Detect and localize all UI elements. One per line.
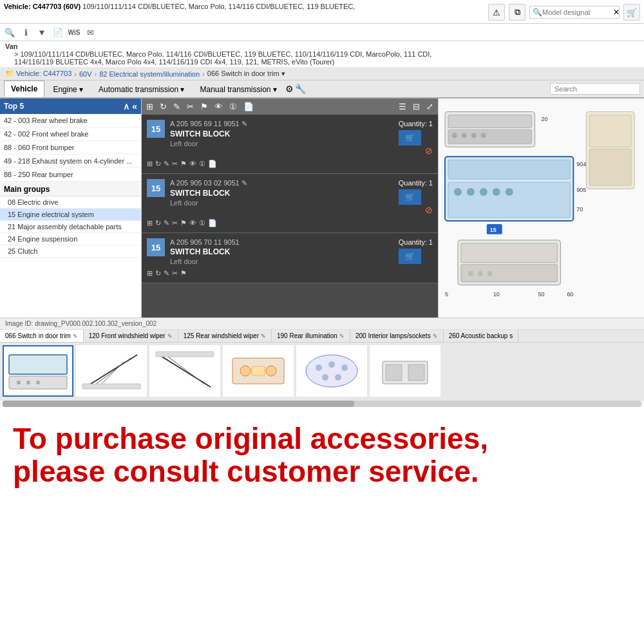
breadcrumb-part2[interactable]: 60V [79,70,92,78]
copy-icon[interactable]: ⧉ [509,4,526,21]
part-cut-icon[interactable]: ✂ [172,160,178,168]
info2-icon[interactable]: ① [227,101,239,112]
cart-icon[interactable]: 🛒 [623,4,640,21]
part2-doc-icon[interactable]: 📄 [208,219,217,227]
part2-eye-icon[interactable]: 👁 [189,219,196,227]
part-edit-icon-1[interactable]: ✎ [242,120,247,128]
split-view-icon[interactable]: ⊟ [411,101,422,112]
list-item[interactable]: 49 - 218 Exhaust system on 4-cylinder ..… [0,155,141,168]
tab-manual[interactable]: Manual transmission ▾ [193,81,283,97]
model-search-input[interactable] [542,8,613,16]
grid-icon[interactable]: ⊞ [144,101,155,112]
part3-pencil-icon[interactable]: ✎ [164,269,169,278]
thumb-tab-edit-125[interactable]: ✎ [261,333,266,339]
thumb-tab-190[interactable]: 190 Rear illumination ✎ [272,330,350,342]
thumb-tab-066[interactable]: 066 Switch in door trim ✎ [0,330,84,342]
info-icon[interactable]: ℹ [19,25,33,39]
tab-automatic[interactable]: Automatic transmission ▾ [91,81,191,97]
part-eye-icon[interactable]: 👁 [189,160,196,168]
part-bookmark-icon[interactable]: ⚑ [180,160,187,168]
pencil-icon[interactable]: ✎ [171,101,182,112]
thumbnail-066[interactable] [3,345,73,397]
email-icon[interactable]: ✉ [83,25,97,39]
zoom-in-icon[interactable]: 🔍 [3,25,17,39]
scrollbar-thumb[interactable] [3,401,354,407]
part-edit-icon-2[interactable]: ✎ [242,179,247,187]
thumb-tab-edit-120[interactable]: ✎ [167,333,173,339]
refresh-icon[interactable]: ↻ [158,101,169,112]
breadcrumb-part3[interactable]: 82 Electrical system/illumination [99,70,200,78]
delete-icon-1[interactable]: ⊘ [399,146,433,156]
bookmark-icon[interactable]: ⚑ [198,101,210,112]
thumb-tab-120[interactable]: 120 Front windshield wiper ✎ [84,330,178,342]
group-item-engine-suspension[interactable]: 24 Engine suspension [0,233,141,245]
part2-pencil-icon[interactable]: ✎ [164,219,169,227]
wrench-icon[interactable]: 🔧 [295,84,306,94]
thumb-tab-125[interactable]: 125 Rear windshield wiper ✎ [178,330,272,342]
thumbnail-260[interactable] [370,345,440,397]
collapse-icon[interactable]: ∧ « [123,101,137,111]
horizontal-scrollbar[interactable] [3,401,641,407]
list-item[interactable]: 88 - 250 Rear bumper [0,168,141,182]
cut-icon[interactable]: ✂ [185,101,196,112]
part-info-icon[interactable]: ① [199,160,205,168]
add-to-cart-3[interactable]: 🛒 [399,249,421,264]
wis-icon[interactable]: WiS [67,25,81,39]
clear-icon[interactable]: ✕ [613,8,620,17]
expand-icon[interactable]: ⤢ [424,101,435,112]
thumb-tab-edit-200[interactable]: ✎ [433,333,438,339]
part-grid-icon[interactable]: ⊞ [147,160,153,168]
group-item-clutch[interactable]: 25 Clutch [0,245,141,258]
group-item-major-assembly[interactable]: 21 Major assembly detachable parts [0,221,141,233]
delete-icon-2[interactable]: ⊘ [399,205,433,215]
thumbnail-125[interactable] [149,345,220,397]
group-item-electric-drive[interactable]: 08 Electric drive [0,196,141,209]
tab-vehicle[interactable]: Vehicle [4,80,44,97]
part-doc-icon[interactable]: 📄 [208,160,217,168]
thumbnail-200[interactable] [296,345,367,397]
part-pencil-icon[interactable]: ✎ [164,160,169,168]
thumbnail-190[interactable] [223,345,294,397]
eye-icon[interactable]: 👁 [213,101,225,112]
svg-text:904: 904 [576,161,586,167]
svg-rect-49 [252,366,265,375]
item-num: 003 [18,117,32,124]
svg-point-14 [493,188,500,196]
part2-grid-icon[interactable]: ⊞ [147,219,153,227]
breadcrumb-current: 066 Switch in door trim ▾ [207,70,285,78]
list-view-icon[interactable]: ☰ [397,101,408,112]
part3-bookmark-icon[interactable]: ⚑ [180,269,187,278]
part2-info-icon[interactable]: ① [199,219,205,227]
thumbnail-120[interactable] [76,345,147,397]
van-line1: > 109/110/111/114 CDI/BLUETEC, Marco Pol… [5,50,431,58]
thumb-tab-edit-190[interactable]: ✎ [339,333,345,339]
doc-icon[interactable]: 📄 [242,101,256,112]
warning-icon[interactable]: ⚠ [488,4,505,21]
list-item[interactable]: 88 - 060 Front bumper [0,141,141,155]
list-item[interactable]: 42 - 002 Front wheel brake [0,128,141,141]
thumb-svg-066 [6,348,70,393]
thumb-tab-260[interactable]: 260 Acoustic backup s [444,330,519,342]
thumb-tab-edit-066[interactable]: ✎ [73,333,78,339]
breadcrumb-part1[interactable]: 📁 Vehicle: C447703 [5,70,71,78]
part2-cut-icon[interactable]: ✂ [172,219,178,227]
thumb-tab-label-200: 200 Interior lamps/sockets [355,332,431,339]
gear-icon[interactable]: ⚙ [285,84,294,94]
tab-search-input[interactable] [550,83,640,95]
print-icon[interactable]: 📄 [51,25,65,39]
add-to-cart-2[interactable]: 🛒 [399,189,421,205]
part3-refresh-icon[interactable]: ↻ [155,269,161,278]
list-item[interactable]: 42 - 003 Rear wheel brake [0,114,141,128]
group-item-engine-electrical[interactable]: 15 Engine electrical system [0,209,141,221]
part-refresh-icon[interactable]: ↻ [155,160,161,168]
add-to-cart-1[interactable]: 🛒 [399,130,421,146]
tab-engine[interactable]: Engine ▾ [46,81,90,97]
thumb-tab-200[interactable]: 200 Interior lamps/sockets ✎ [350,330,444,342]
part3-grid-icon[interactable]: ⊞ [147,269,153,278]
part3-cut-icon[interactable]: ✂ [172,269,178,278]
part-pos-3: 15 [147,238,165,256]
part2-refresh-icon[interactable]: ↻ [155,219,161,227]
item-name: Rear wheel brake [32,117,87,124]
part2-bookmark-icon[interactable]: ⚑ [180,219,187,227]
filter-icon[interactable]: ▼ [35,25,49,39]
